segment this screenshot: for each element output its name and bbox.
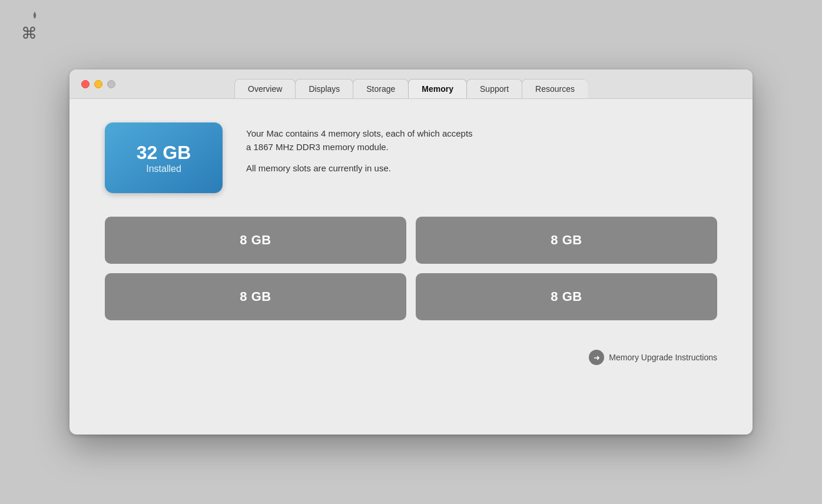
tab-support[interactable]: Support bbox=[466, 79, 522, 98]
maximize-button[interactable] bbox=[107, 80, 115, 88]
svg-text:⌘: ⌘ bbox=[22, 21, 36, 44]
description-p1: Your Mac contains 4 memory slots, each o… bbox=[246, 127, 473, 154]
title-bar: Overview Displays Storage Memory Support… bbox=[69, 69, 753, 99]
close-button[interactable] bbox=[81, 80, 90, 88]
memory-slot-1: 8 GB bbox=[105, 217, 406, 264]
content-area: 32 GB Installed Your Mac contains 4 memo… bbox=[69, 99, 753, 389]
installed-badge: 32 GB Installed bbox=[105, 122, 223, 193]
tab-resources[interactable]: Resources bbox=[522, 79, 588, 98]
main-window: Overview Displays Storage Memory Support… bbox=[69, 69, 753, 435]
memory-slot-3: 8 GB bbox=[105, 273, 406, 320]
window-controls bbox=[81, 80, 115, 88]
description-p2: All memory slots are currently in use. bbox=[246, 162, 473, 175]
tab-memory[interactable]: Memory bbox=[408, 79, 467, 98]
tab-bar: Overview Displays Storage Memory Support… bbox=[234, 79, 588, 98]
tab-storage[interactable]: Storage bbox=[353, 79, 409, 98]
apple-logo: ⌘ bbox=[21, 11, 48, 47]
installed-label: Installed bbox=[146, 164, 181, 174]
memory-slot-2: 8 GB bbox=[416, 217, 717, 264]
memory-slots-grid: 8 GB 8 GB 8 GB 8 GB bbox=[105, 217, 717, 320]
info-section: 32 GB Installed Your Mac contains 4 memo… bbox=[105, 122, 717, 193]
description-text: Your Mac contains 4 memory slots, each o… bbox=[246, 122, 473, 184]
upgrade-instructions-link[interactable]: ➜ Memory Upgrade Instructions bbox=[589, 350, 717, 365]
arrow-circle-icon: ➜ bbox=[589, 350, 604, 365]
tab-overview[interactable]: Overview bbox=[234, 79, 296, 98]
memory-slot-4: 8 GB bbox=[416, 273, 717, 320]
upgrade-instructions-label: Memory Upgrade Instructions bbox=[609, 353, 717, 362]
tab-displays[interactable]: Displays bbox=[295, 79, 353, 98]
minimize-button[interactable] bbox=[94, 80, 102, 88]
footer: ➜ Memory Upgrade Instructions bbox=[105, 344, 717, 365]
installed-size: 32 GB bbox=[137, 141, 191, 164]
